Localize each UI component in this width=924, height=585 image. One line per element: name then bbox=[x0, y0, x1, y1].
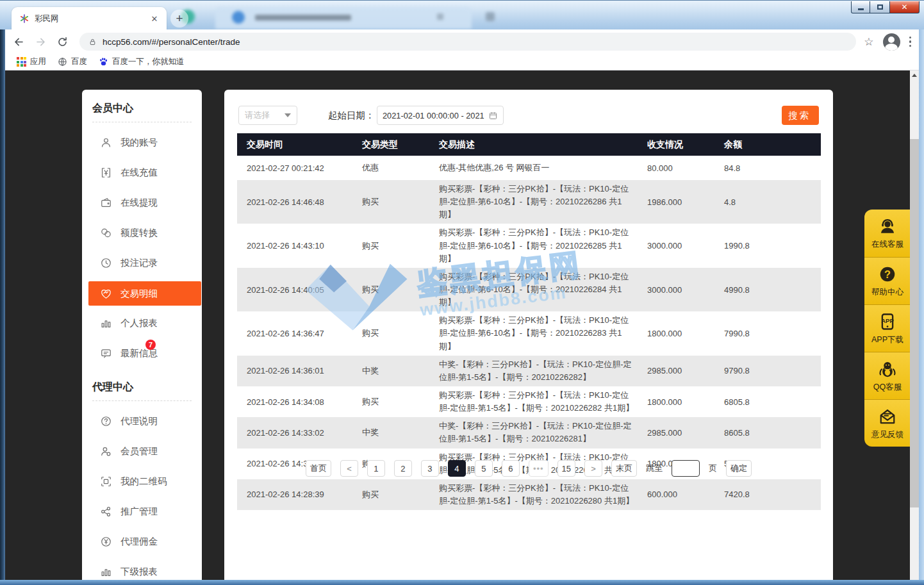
window-frame-bottom bbox=[0, 580, 924, 585]
last-page-button[interactable]: 末页 bbox=[611, 460, 637, 477]
address-bar[interactable]: hccp56.com/#/personalCenter/trade bbox=[79, 33, 856, 51]
cell-type: 购买 bbox=[352, 240, 429, 252]
bookmark-label: 百度 bbox=[71, 56, 87, 67]
bookmark-baidu-search[interactable]: 百度一下，你就知道 bbox=[99, 56, 185, 67]
page-button[interactable]: 3 bbox=[421, 460, 439, 477]
search-button[interactable]: 搜索 bbox=[782, 106, 819, 125]
column-header: 交易描述 bbox=[429, 139, 638, 151]
table-row: 2021-02-26 14:40:05购买购买彩票-【彩种：三分PK拾】-【玩法… bbox=[237, 268, 821, 311]
window-titlebar: 彩民网 ✕ + ✕ bbox=[0, 0, 924, 29]
trade-detail-icon bbox=[100, 288, 112, 300]
type-select[interactable]: 请选择 bbox=[238, 106, 297, 125]
chevron-down-icon bbox=[285, 113, 291, 117]
float-item-qq-service[interactable]: QQ客服 bbox=[864, 352, 910, 399]
background-window bbox=[190, 4, 869, 30]
table-row: 2021-02-26 14:36:47购买购买彩票-【彩种：三分PK拾】-【玩法… bbox=[237, 311, 821, 355]
sidebar-item-user[interactable]: 我的账号 bbox=[82, 128, 202, 158]
cell-balance: 4990.8 bbox=[714, 285, 821, 295]
member-manage-icon bbox=[100, 445, 112, 457]
main-panel: 请选择 起始日期： 2021-02-01 00:00:00 - 2021 搜索 … bbox=[224, 90, 833, 580]
float-item-app-download[interactable]: APPAPP下载 bbox=[864, 304, 910, 352]
pagination: 首页 < 123456 ••• 15 > 末页 跳至 页 确定 bbox=[224, 460, 833, 477]
cell-desc: 中奖-【彩种：三分PK拾】-【玩法：PK10-定位胆-定位胆-第1-5名】-【期… bbox=[429, 358, 638, 384]
sidebar-item-trade-detail[interactable]: 交易明细 bbox=[88, 281, 201, 306]
sidebar: 会员中心我的账号在线充值在线提现额度转换投注记录交易明细个人报表最新信息7代理中… bbox=[82, 90, 202, 580]
sidebar-item-bet-record[interactable]: 投注记录 bbox=[82, 248, 202, 278]
page-button[interactable]: 6 bbox=[502, 460, 520, 477]
cell-balance: 8605.8 bbox=[714, 428, 821, 438]
table-header: 交易时间 交易类型 交易描述 收支情况 余额 bbox=[237, 133, 821, 156]
page-button[interactable]: 2 bbox=[394, 460, 412, 477]
float-item-online-service[interactable]: 在线客服 bbox=[864, 210, 910, 257]
page-button-last-number[interactable]: 15 bbox=[557, 460, 575, 477]
profile-avatar[interactable] bbox=[883, 33, 900, 51]
prev-page-button[interactable]: < bbox=[340, 460, 358, 477]
sidebar-item-agent-help[interactable]: 代理说明 bbox=[82, 406, 202, 436]
table-row: 2021-02-27 00:21:42优惠优惠-其他优惠,26 号 网银百一80… bbox=[237, 156, 821, 180]
sub-report-icon bbox=[100, 566, 112, 578]
sidebar-item-message[interactable]: 最新信息7 bbox=[82, 338, 202, 368]
withdraw-wallet-icon bbox=[100, 197, 112, 209]
cell-type: 购买 bbox=[352, 396, 429, 408]
tab-title: 彩民网 bbox=[35, 13, 149, 24]
forward-button[interactable] bbox=[32, 33, 49, 50]
cell-balance: 1990.8 bbox=[714, 241, 821, 251]
bet-record-icon bbox=[100, 257, 112, 269]
page-button[interactable]: 1 bbox=[367, 460, 385, 477]
promote-share-icon bbox=[100, 506, 112, 518]
sidebar-item-personal-report[interactable]: 个人报表 bbox=[82, 308, 202, 338]
page-scrollbar[interactable] bbox=[910, 70, 919, 580]
notification-badge: 7 bbox=[145, 340, 156, 350]
page-button[interactable]: 5 bbox=[475, 460, 493, 477]
scroll-up-arrow-icon[interactable] bbox=[910, 70, 919, 80]
minimize-window-button[interactable] bbox=[851, 1, 870, 13]
scrollbar-thumb[interactable] bbox=[910, 139, 919, 507]
sidebar-item-sub-report[interactable]: 下级报表 bbox=[82, 557, 202, 580]
page-viewport: 会员中心我的账号在线充值在线提现额度转换投注记录交易明细个人报表最新信息7代理中… bbox=[5, 70, 910, 580]
date-range-input[interactable]: 2021-02-01 00:00:00 - 2021 bbox=[377, 106, 504, 125]
jump-page-input[interactable] bbox=[672, 460, 700, 477]
sidebar-item-label: 下级报表 bbox=[120, 566, 158, 578]
next-page-button[interactable]: > bbox=[584, 460, 602, 477]
jump-confirm-button[interactable]: 确定 bbox=[726, 460, 752, 477]
sidebar-item-label: 代理说明 bbox=[120, 415, 158, 427]
maximize-window-button[interactable] bbox=[870, 1, 889, 13]
tab-close-icon[interactable]: ✕ bbox=[149, 13, 160, 24]
back-button[interactable] bbox=[10, 33, 27, 50]
sidebar-item-commission[interactable]: 代理佣金 bbox=[82, 527, 202, 557]
sidebar-item-promote-share[interactable]: 推广管理 bbox=[82, 497, 202, 527]
sidebar-item-recharge[interactable]: 在线充值 bbox=[82, 158, 202, 188]
table-row: 2021-02-26 14:46:48购买购买彩票-【彩种：三分PK拾】-【玩法… bbox=[237, 180, 821, 224]
sidebar-item-qrcode[interactable]: 我的二维码 bbox=[82, 466, 202, 497]
calendar-icon bbox=[488, 111, 498, 120]
sidebar-item-withdraw-wallet[interactable]: 在线提现 bbox=[82, 188, 202, 218]
sidebar-item-label: 我的二维码 bbox=[120, 475, 167, 488]
cell-desc: 优惠-其他优惠,26 号 网银百一 bbox=[429, 161, 638, 174]
qrcode-icon bbox=[100, 475, 112, 488]
first-page-button[interactable]: 首页 bbox=[306, 460, 331, 477]
float-item-feedback[interactable]: 意见反馈 bbox=[864, 399, 910, 447]
svg-text:?: ? bbox=[884, 268, 891, 279]
cell-balance: 7990.8 bbox=[714, 329, 821, 338]
close-window-button[interactable]: ✕ bbox=[889, 1, 920, 13]
cell-amount: 3000.000 bbox=[638, 285, 714, 295]
cell-amount: 2985.000 bbox=[638, 428, 714, 438]
bookmark-apps[interactable]: 应用 bbox=[17, 56, 46, 67]
cell-desc: 购买彩票-【彩种：三分PK拾】-【玩法：PK10-定位胆-定位胆-第6-10名】… bbox=[429, 314, 638, 352]
sidebar-item-label: 在线充值 bbox=[120, 167, 158, 179]
browser-menu-icon[interactable] bbox=[909, 37, 912, 47]
sidebar-item-member-manage[interactable]: 会员管理 bbox=[82, 436, 202, 466]
refresh-button[interactable] bbox=[54, 33, 70, 50]
browser-tab[interactable]: 彩民网 ✕ bbox=[12, 7, 167, 30]
new-tab-button[interactable]: + bbox=[170, 10, 188, 28]
user-icon bbox=[100, 136, 112, 149]
float-item-help-center[interactable]: ?帮助中心 bbox=[864, 257, 910, 304]
bookmark-star-icon[interactable]: ☆ bbox=[864, 35, 873, 49]
sidebar-item-quota-transfer[interactable]: 额度转换 bbox=[82, 218, 202, 248]
bookmark-baidu[interactable]: 百度 bbox=[58, 56, 87, 67]
page-button[interactable]: 4 bbox=[448, 460, 466, 477]
cell-desc: 购买彩票-【彩种：三分PK拾】-【玩法：PK10-定位胆-定位胆-第6-10名】… bbox=[429, 226, 638, 265]
cell-balance: 6805.8 bbox=[714, 397, 821, 407]
cell-amount: 1986.000 bbox=[638, 197, 714, 207]
bookmark-label: 百度一下，你就知道 bbox=[112, 56, 185, 67]
